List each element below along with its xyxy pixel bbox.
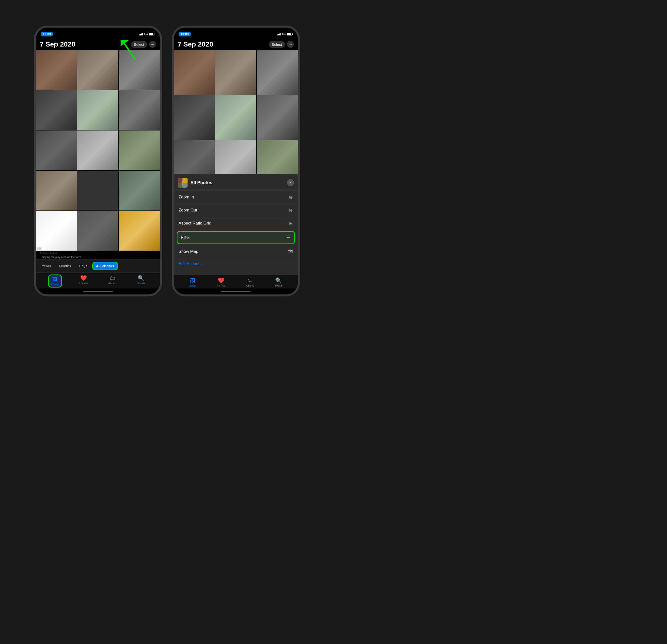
left-phone-screen: 13:03 4G 7 Sep 2020 Select ··· xyxy=(36,28,160,294)
right-bottom-navigation: 🖼 Library ❤️ For You 🗂 Albums 🔍 Search xyxy=(174,275,298,289)
nav-library[interactable]: 🖼 Library xyxy=(48,274,62,288)
left-phone: 13:03 4G 7 Sep 2020 Select ··· xyxy=(34,26,162,296)
search-icon: 🔍 xyxy=(137,275,144,281)
filter-icon: ☰ xyxy=(286,235,291,241)
zoom-out-label: Zoom Out xyxy=(179,208,197,213)
grid-cell-10[interactable] xyxy=(36,171,77,210)
right-grid-cell-6[interactable] xyxy=(257,95,298,140)
zoom-out-icon: ⊖ xyxy=(289,207,293,213)
notch xyxy=(81,28,115,34)
right-grid-cell-4[interactable] xyxy=(174,95,215,140)
signal-icon xyxy=(139,32,143,35)
aspect-ratio-icon: ⊞ xyxy=(289,220,293,226)
right-phone-screen: 13:03 4G 7 Sep 2020 Select ··· xyxy=(174,28,298,294)
library-icon: 🖼 xyxy=(52,276,58,283)
grid-cell-5[interactable] xyxy=(77,90,118,130)
grid-cell-1[interactable] xyxy=(36,50,77,90)
right-date-title: 7 Sep 2020 xyxy=(178,41,213,48)
grid-cell-3[interactable] xyxy=(119,50,160,90)
zoom-in-label: Zoom In xyxy=(179,195,194,200)
right-phone: 13:03 4G 7 Sep 2020 Select ··· xyxy=(172,26,300,296)
tab-all-photos[interactable]: All Photos xyxy=(92,262,118,270)
nav-albums[interactable]: 🗂 Albums xyxy=(105,274,119,288)
date-title: 7 Sep 2020 xyxy=(40,41,76,48)
nav-for-you[interactable]: ❤️ For You xyxy=(77,274,91,288)
tab-months[interactable]: Months xyxy=(56,262,74,270)
aspect-ratio-label: Aspect Ratio Grid xyxy=(179,221,211,226)
albums-icon: 🗂 xyxy=(110,275,115,281)
status-time: 13:03 xyxy=(41,32,53,36)
more-button[interactable]: ··· xyxy=(149,41,156,48)
aspect-ratio-item[interactable]: Aspect Ratio Grid ⊞ xyxy=(174,217,298,230)
right-nav-library[interactable]: 🖼 Library xyxy=(186,277,199,288)
show-map-item[interactable]: Show Map 🗺 xyxy=(174,245,298,258)
filter-item[interactable]: Filter ☰ xyxy=(177,231,295,244)
zoom-out-item[interactable]: Zoom Out ⊖ xyxy=(174,204,298,217)
show-map-label: Show Map xyxy=(179,249,198,254)
select-button[interactable]: Select xyxy=(131,41,147,48)
right-status-time: 13:03 xyxy=(179,32,191,36)
right-grid-cell-5[interactable] xyxy=(215,95,256,140)
grid-cell-6[interactable] xyxy=(119,90,160,130)
grid-cell-8[interactable] xyxy=(77,130,118,170)
status-icons: 4G xyxy=(139,32,155,36)
nav-search[interactable]: 🔍 Search xyxy=(134,274,148,288)
album-thumbnail xyxy=(178,178,188,188)
right-select-button[interactable]: Select xyxy=(269,41,285,48)
app-header: 7 Sep 2020 Select ··· xyxy=(36,38,160,50)
right-albums-label: Albums xyxy=(246,284,254,287)
right-network-label: 4G xyxy=(281,32,286,36)
bottom-navigation: 🖼 Library ❤️ For You 🗂 Albums 🔍 Search xyxy=(36,272,160,289)
right-home-indicator xyxy=(174,289,298,294)
grid-cell-11[interactable] xyxy=(77,171,118,210)
photo-grid: 0:10 xyxy=(36,50,160,251)
right-nav-albums[interactable]: 🗂 Albums xyxy=(243,277,257,288)
search-label: Search xyxy=(137,282,145,285)
home-bar xyxy=(83,291,113,292)
grid-cell-15[interactable] xyxy=(119,211,160,251)
tab-days[interactable]: Days xyxy=(76,262,90,270)
grid-cell-13[interactable]: 0:10 xyxy=(36,211,77,251)
grid-cell-12[interactable] xyxy=(119,171,160,210)
tab-years[interactable]: Years xyxy=(39,262,54,270)
grid-cell-2[interactable] xyxy=(77,50,118,90)
right-grid-cell-3[interactable] xyxy=(257,50,298,95)
zoom-in-icon: ⊕ xyxy=(289,194,293,200)
right-signal-icon xyxy=(277,32,281,35)
right-for-you-label: For You xyxy=(217,284,225,287)
for-you-label: For You xyxy=(80,282,88,285)
right-search-label: Search xyxy=(275,284,282,287)
header-buttons: Select ··· xyxy=(131,41,156,48)
right-library-icon: 🖼 xyxy=(190,277,195,284)
network-label: 4G xyxy=(144,32,148,36)
right-albums-icon: 🗂 xyxy=(247,277,253,284)
close-icon: × xyxy=(289,181,291,184)
home-indicator xyxy=(36,289,160,294)
caption-bar: Add a Caption xyxy=(36,251,160,256)
caption-text: Add a Caption xyxy=(40,252,57,255)
right-library-label: Library xyxy=(189,284,196,287)
right-nav-for-you[interactable]: ❤️ For You xyxy=(214,277,228,288)
grid-cell-14[interactable] xyxy=(77,211,118,251)
right-photo-grid-partial: All Photos × Zoom In ⊕ Zoom Out ⊖ Aspect… xyxy=(174,50,298,275)
sheet-album-title: All Photos xyxy=(191,180,284,186)
right-nav-search[interactable]: 🔍 Search xyxy=(272,277,286,288)
right-app-header: 7 Sep 2020 Select ··· xyxy=(174,38,298,50)
right-home-bar xyxy=(221,291,250,292)
right-for-you-icon: ❤️ xyxy=(218,277,225,284)
sheet-close-button[interactable]: × xyxy=(287,179,294,186)
grid-container: 0:10 xyxy=(36,50,160,251)
grid-cell-9[interactable] xyxy=(119,130,160,170)
albums-label: Albums xyxy=(108,282,116,285)
video-duration: 0:10 xyxy=(37,247,42,249)
zoom-in-item[interactable]: Zoom In ⊕ xyxy=(174,191,298,204)
grid-cell-4[interactable] xyxy=(36,90,77,130)
right-status-icons: 4G xyxy=(277,32,293,36)
grid-cell-7[interactable] xyxy=(36,130,77,170)
edit-actions-item[interactable]: Edit Actions... xyxy=(174,258,298,270)
caption-text-2: Enjoying the play area on the farm xyxy=(40,256,81,258)
right-grid-cell-2[interactable] xyxy=(215,50,256,95)
right-notch xyxy=(218,28,253,34)
right-grid-cell-1[interactable] xyxy=(174,50,215,95)
right-more-button[interactable]: ··· xyxy=(287,41,294,48)
